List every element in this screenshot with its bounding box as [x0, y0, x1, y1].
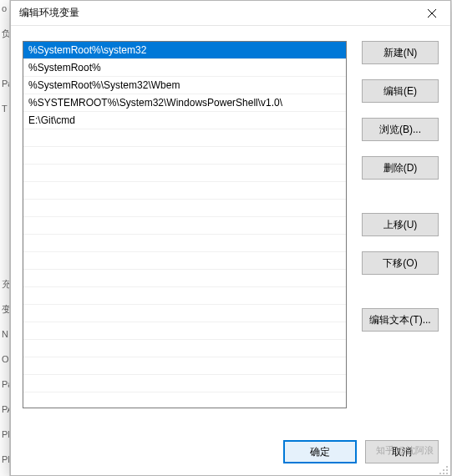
list-item-empty[interactable]	[23, 305, 346, 322]
svg-point-2	[446, 469, 448, 471]
list-item-empty[interactable]	[23, 147, 346, 165]
list-item-empty[interactable]	[23, 357, 346, 375]
list-item-empty[interactable]	[23, 165, 346, 182]
ok-button[interactable]: 确定	[283, 440, 357, 463]
list-item-empty[interactable]	[23, 252, 346, 270]
resize-grip-icon	[439, 465, 449, 475]
edit-env-var-dialog: 编辑环境变量 %SystemRoot%\system32%SystemRoot%…	[10, 0, 451, 476]
edit-button[interactable]: 编辑(E)	[362, 79, 439, 103]
list-item-empty[interactable]	[23, 200, 346, 217]
side-button-panel: 新建(N) 编辑(E) 浏览(B)... 删除(D) 上移(U) 下移(O) 编…	[362, 41, 439, 420]
edit-text-button[interactable]: 编辑文本(T)...	[362, 308, 439, 332]
titlebar: 编辑环境变量	[11, 1, 450, 26]
delete-button[interactable]: 删除(D)	[362, 156, 439, 180]
resize-grip[interactable]	[439, 463, 449, 473]
close-icon	[428, 9, 436, 18]
list-item-empty[interactable]	[23, 129, 346, 147]
list-item[interactable]: %SystemRoot%	[23, 59, 346, 77]
list-item-empty[interactable]	[23, 235, 346, 252]
svg-point-4	[443, 473, 444, 474]
list-item[interactable]: E:\Git\cmd	[23, 112, 346, 129]
browse-button[interactable]: 浏览(B)...	[362, 118, 439, 141]
move-down-button[interactable]: 下移(O)	[362, 251, 439, 275]
list-item[interactable]: %SystemRoot%\System32\Wbem	[23, 77, 346, 94]
cancel-button[interactable]: 取消	[365, 440, 439, 463]
path-listbox[interactable]: %SystemRoot%\system32%SystemRoot%%System…	[23, 41, 347, 408]
list-item-empty[interactable]	[23, 217, 346, 235]
close-button[interactable]	[413, 1, 450, 26]
list-item-empty[interactable]	[23, 322, 346, 340]
move-up-button[interactable]: 上移(U)	[362, 213, 439, 236]
list-item-empty[interactable]	[23, 270, 346, 287]
list-item[interactable]: %SYSTEMROOT%\System32\WindowsPowerShell\…	[23, 94, 346, 112]
dialog-title: 编辑环境变量	[19, 6, 79, 20]
dialog-footer: 确定 取消	[11, 432, 450, 475]
svg-point-3	[439, 473, 441, 474]
list-item[interactable]: %SystemRoot%\system32	[23, 42, 346, 59]
svg-point-5	[446, 473, 448, 474]
list-item-empty[interactable]	[23, 287, 346, 305]
list-item-empty[interactable]	[23, 375, 346, 392]
obscured-background: o负PaT充变NOPaPAPFPF	[0, 0, 10, 476]
list-item-empty[interactable]	[23, 182, 346, 200]
dialog-content: %SystemRoot%\system32%SystemRoot%%System…	[11, 26, 450, 432]
svg-point-0	[446, 466, 448, 468]
svg-point-1	[443, 469, 444, 471]
list-item-empty[interactable]	[23, 340, 346, 357]
new-button[interactable]: 新建(N)	[362, 41, 439, 64]
